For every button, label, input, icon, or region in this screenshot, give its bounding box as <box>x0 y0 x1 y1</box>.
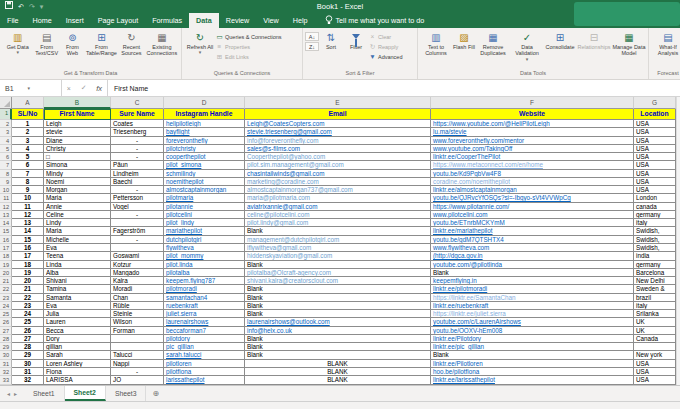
cell-instagram-handle[interactable]: dutchpilotgirl <box>164 236 245 244</box>
cell-instagram-handle[interactable]: pilotalba <box>164 269 245 277</box>
row-header-30[interactable]: 30 <box>0 351 12 359</box>
row-header-3[interactable]: 3 <box>0 128 12 136</box>
vertical-scrollbar[interactable] <box>676 97 680 385</box>
ribbon-tab-data[interactable]: Data <box>189 13 219 28</box>
cell-website[interactable]: youtu.be/Kd9PgbVw4F8 <box>431 170 634 178</box>
cell-website[interactable]: linktr.ee/Pilotloren <box>431 360 634 368</box>
data-validation-button[interactable]: ✓ Data Validation▾ <box>510 29 544 70</box>
sheet-tab-sheet3[interactable]: Sheet3 <box>106 386 147 401</box>
row-header-20[interactable]: 20 <box>0 269 12 277</box>
cell-instagram-handle[interactable]: cooperthepilot <box>164 153 245 161</box>
cell-instagram-handle[interactable]: schmilindy <box>164 170 245 178</box>
cell-email[interactable]: shivani.kalra@creatorsclout.com <box>245 277 431 285</box>
cell-email[interactable]: laurenairshows@outlook.com <box>245 318 431 326</box>
cell-website[interactable]: linktr.ee/pic_gillian <box>431 343 634 351</box>
cell-email[interactable]: stevie.triesenberg@gmail.com <box>245 128 431 136</box>
row-header-13[interactable]: 13 <box>0 211 12 219</box>
cell-email[interactable]: pilot.lindy@gmail.com <box>245 219 431 227</box>
existing-connections-button[interactable]: ▦ Existing Connections <box>145 29 179 70</box>
ribbon-tab-formulas[interactable]: Formulas <box>145 13 189 28</box>
cell-website[interactable]: keepemflying.in <box>431 277 634 285</box>
sort-descending-button[interactable]: Z↓ <box>305 42 319 51</box>
row-header-8[interactable]: 8 <box>0 170 12 178</box>
cell-email[interactable]: maria@pilotmaria.com <box>245 194 431 202</box>
new-sheet-button[interactable]: ⊕ <box>146 386 159 401</box>
cell-website[interactable]: https://linktr.ee/juliet.sierra <box>431 310 634 318</box>
queries-connections-button[interactable]: ▭ Queries & Connections <box>216 32 300 41</box>
cell-website[interactable]: linktr.ee/CooperThePilot <box>431 153 634 161</box>
cell-website[interactable]: www.pilotcelini.com <box>431 211 634 219</box>
cell-website[interactable]: lu.ma/stevie <box>431 128 634 136</box>
cell-instagram-handle[interactable]: sarah.talucci <box>164 351 245 359</box>
row-header-24[interactable]: 24 <box>0 302 12 310</box>
cell-website[interactable]: https://www.youtube.com/@HeliPilotLeigh <box>431 120 634 128</box>
sort-ascending-button[interactable]: A↓ <box>305 32 319 41</box>
cell-website[interactable]: linktr.ee/almostcaptainmorgan <box>431 186 634 194</box>
cell-instagram-handle[interactable]: laurenairshows <box>164 318 245 326</box>
cell-website[interactable]: youtube.com/@pilotlinda <box>431 261 634 269</box>
confirm-entry-icon[interactable]: ✓ <box>81 84 87 92</box>
ribbon-tab-review[interactable]: Review <box>219 13 257 28</box>
flash-fill-button[interactable]: ▨ Flash Fill <box>452 29 476 70</box>
cell-website[interactable]: www.foreveronthefly.com/mentor <box>431 137 634 145</box>
cell-website[interactable]: www.flywitheva.com <box>431 244 634 252</box>
cell-instagram-handle[interactable]: beccaforman7 <box>164 327 245 335</box>
row-header-22[interactable]: 22 <box>0 285 12 293</box>
cell-email[interactable]: aviatrixannie@gmail.com <box>245 203 431 211</box>
row-header-5[interactable]: 5 <box>0 145 12 153</box>
row-header-4[interactable]: 4 <box>0 137 12 145</box>
column-header-c[interactable]: C <box>111 97 164 109</box>
cell-website[interactable]: hoo.be/pilotfiona <box>431 368 634 376</box>
row-header-2[interactable]: 2 <box>0 120 12 128</box>
filter-button[interactable]: Filter <box>343 29 369 70</box>
cell-instagram-handle[interactable]: samantachan4 <box>164 294 245 302</box>
ribbon-tab-view[interactable]: View <box>256 13 285 28</box>
from-table-range-button[interactable]: ⊞ From Table/Range <box>85 29 118 70</box>
row-header-6[interactable]: 6 <box>0 153 12 161</box>
sort-button[interactable]: ⇅ Sort <box>319 29 343 70</box>
column-header-d[interactable]: D <box>164 97 245 109</box>
cell-email[interactable]: management@dutchpilotgirl.com <box>245 236 431 244</box>
cell-instagram-handle[interactable]: pilotfiona <box>164 368 245 376</box>
cell-instagram-handle[interactable]: noemithepilot <box>164 178 245 186</box>
cell-instagram-handle[interactable]: pilotchristy <box>164 145 245 153</box>
cell-instagram-handle[interactable]: pilot_mommy <box>164 252 245 260</box>
cell-instagram-handle[interactable]: pilotmoradi <box>164 285 245 293</box>
cell-email[interactable]: hiddenskyaviation@gmail.com <box>245 252 431 260</box>
manage-data-model-button[interactable]: ▦ Manage Data Model <box>612 29 646 70</box>
recent-sources-button[interactable]: ↻ Recent Sources <box>118 29 145 70</box>
ribbon-tab-home[interactable]: Home <box>26 13 59 28</box>
cell-instagram-handle[interactable]: foreveronthefly <box>164 137 245 145</box>
cell-email[interactable]: chasintailwinds@gmail.com <box>245 170 431 178</box>
row-header-18[interactable]: 18 <box>0 252 12 260</box>
row-header-10[interactable]: 10 <box>0 186 12 194</box>
column-header-a[interactable]: A <box>12 97 44 109</box>
row-header-9[interactable]: 9 <box>0 178 12 186</box>
cell-email[interactable]: Leigh@CoatesCopters.com <box>245 120 431 128</box>
ribbon-tab-page-layout[interactable]: Page Layout <box>91 13 145 28</box>
from-text-csv-button[interactable]: ▤ From Text/CSV <box>33 29 60 70</box>
cell-email[interactable]: marketing@coradine.com <box>245 178 431 186</box>
advanced-filter-button[interactable]: ▼ Advanced <box>369 52 415 61</box>
text-to-columns-button[interactable]: ▥ Text to Columns <box>420 29 452 70</box>
ribbon-tab-file[interactable]: File <box>0 13 26 28</box>
cell-website[interactable]: www.youtube.com/TakingOff <box>431 145 634 153</box>
cell-instagram-handle[interactable]: pilotdory <box>164 335 245 343</box>
insert-function-icon[interactable]: fx <box>96 84 102 93</box>
cell-website[interactable]: linktr.ee/Pilotdory <box>431 335 634 343</box>
name-box-dropdown-icon[interactable]: ▾ <box>28 85 31 91</box>
cell-website[interactable]: youtu.be/ETnrbMCKYmM <box>431 219 634 227</box>
cell-website[interactable]: coradine.com/noemithepilot <box>431 178 634 186</box>
row-header-32[interactable]: 32 <box>0 368 12 376</box>
column-header-f[interactable]: F <box>431 97 634 109</box>
row-header-19[interactable]: 19 <box>0 261 12 269</box>
row-header-14[interactable]: 14 <box>0 219 12 227</box>
cell-instagram-handle[interactable]: larissathepilot <box>164 376 245 384</box>
get-data-button[interactable]: ▥ Get Data▾ <box>2 29 33 70</box>
remove-duplicates-button[interactable]: ▦ Remove Duplicates <box>476 29 510 70</box>
cell-instagram-handle[interactable]: flywitheva <box>164 244 245 252</box>
cell-instagram-handle[interactable]: keepem.flying787 <box>164 277 245 285</box>
cell-website[interactable]: youtu.be/QJRvcYfOSQs?si=-Ibgyo-sVt4VVWpC… <box>431 194 634 202</box>
cell-website[interactable]: (http://dgca.gov.in <box>431 252 634 260</box>
sheet-tab-sheet1[interactable]: Sheet1 <box>24 386 65 401</box>
